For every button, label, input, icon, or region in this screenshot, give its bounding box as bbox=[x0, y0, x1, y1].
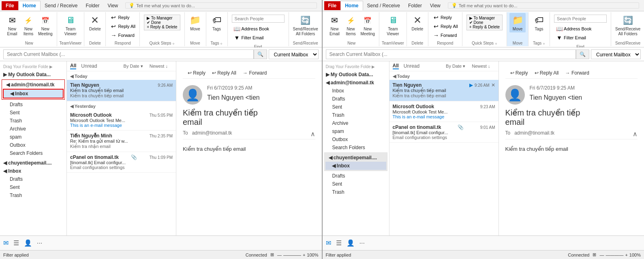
email-item-tien-right[interactable]: Tien Nguyen ▶ 9:26 AM ✕ Kiểm tra chuyển … bbox=[389, 80, 499, 101]
nav-more-btn-right[interactable]: ··· bbox=[359, 240, 365, 247]
sidebar-account-chuyentie-left[interactable]: ◀ chuyentiepemail.... bbox=[0, 159, 66, 167]
email-item-tienminh-left[interactable]: Tiến Nguyễn Minh Thu 2:35 PM Re: Kiểm tr… bbox=[67, 131, 176, 152]
tab-folder-left[interactable]: Folder bbox=[81, 1, 103, 10]
move-btn-right[interactable]: 📁 Move bbox=[509, 13, 526, 32]
reply-btn-left[interactable]: ↩ Reply bbox=[108, 13, 137, 22]
nav-people-btn-right[interactable]: 👤 bbox=[347, 239, 355, 247]
sidebar-folder-drafts-left[interactable]: Drafts bbox=[0, 101, 66, 109]
search-btn-right[interactable]: 🔍 bbox=[576, 49, 589, 59]
filter-unread-right[interactable]: Unread bbox=[404, 63, 419, 69]
forward-btn-right[interactable]: → Forward bbox=[431, 31, 460, 40]
sidebar-folder-sent-left[interactable]: Sent bbox=[0, 109, 66, 117]
mailbox-dropdown-left[interactable]: Current Mailbox bbox=[269, 49, 319, 59]
nav-mail-btn-right[interactable]: ✉ bbox=[326, 239, 331, 247]
sort-by-date-left[interactable]: By Date ▾ bbox=[124, 64, 143, 69]
delete-btn-right[interactable]: ✕ Delete bbox=[409, 13, 426, 32]
zoom-in-btn-left[interactable]: + bbox=[303, 253, 305, 257]
expand-icon-left[interactable]: ∧ bbox=[310, 130, 315, 138]
sidebar-account-chuyentie-right[interactable]: ◀ chuyentiepemail.... bbox=[325, 154, 386, 162]
sidebar-folder-inbox2-left[interactable]: ◀ Inbox bbox=[0, 167, 66, 175]
filter-email-btn-right[interactable]: ▼ Filter Email bbox=[554, 33, 588, 42]
move-btn-left[interactable]: 📁 Move bbox=[187, 13, 203, 32]
sidebar-folder-searchfolders-right[interactable]: Search Folders bbox=[323, 143, 389, 152]
sort-newest-left[interactable]: Newest ↓ bbox=[150, 64, 168, 68]
delete-item-icon[interactable]: ✕ bbox=[491, 82, 495, 88]
address-book-btn-right[interactable]: 📖 Address Book bbox=[554, 24, 593, 33]
quick-steps-panel-right[interactable]: ▶ To Manager ✔ Done + Reply & Delete bbox=[466, 15, 503, 30]
tab-view-right[interactable]: View bbox=[426, 1, 445, 10]
search-btn-left[interactable]: 🔍 bbox=[254, 49, 267, 59]
new-email-btn-right[interactable]: ✉ NewEmail bbox=[327, 13, 343, 37]
tell-me-right[interactable]: 💡 Tell me what you want to do... bbox=[448, 2, 639, 9]
reply-all-btn-left[interactable]: ↩ Reply All bbox=[108, 22, 137, 31]
forward-reading-btn-left[interactable]: → Forward bbox=[241, 69, 268, 77]
sidebar-folder-trash2-left[interactable]: Trash bbox=[0, 191, 66, 199]
nav-more-btn-left[interactable]: ··· bbox=[37, 240, 42, 247]
email-item-cpanel-left[interactable]: cPanel on tinomail.tk 📎 Thu 1:09 PM [tin… bbox=[67, 152, 176, 173]
sidebar-account-admin-left[interactable]: ◀ admin@tinomail.tk bbox=[3, 81, 64, 89]
email-item-msoutlook-left[interactable]: Microsoft Outlook Thu 5:05 PM Microsoft … bbox=[67, 110, 176, 131]
nav-calendar-btn-right[interactable]: ☰ bbox=[336, 239, 342, 247]
sidebar-folder-archive-left[interactable]: Archive bbox=[0, 125, 66, 133]
sidebar-folder-inbox2-right[interactable]: ◀ Inbox bbox=[325, 162, 386, 170]
sidebar-folder-outbox-left[interactable]: Outbox bbox=[0, 141, 66, 149]
email-item-cpanel-right[interactable]: cPanel on tinomail.tk 📎 9:01 AM [tinomai… bbox=[389, 122, 499, 143]
new-items-btn-left[interactable]: ⚡ NewItems bbox=[20, 13, 36, 37]
tab-send-receive-right[interactable]: Send / Receive bbox=[363, 1, 404, 10]
new-items-btn-right[interactable]: ⚡ NewItems bbox=[343, 13, 359, 37]
new-email-btn-left[interactable]: ✉ NewEmail bbox=[4, 13, 20, 37]
filter-email-btn-left[interactable]: ▼ Filter Email bbox=[232, 33, 265, 42]
address-book-btn-left[interactable]: 📖 Address Book bbox=[232, 24, 271, 33]
search-mailbox-input-right[interactable] bbox=[326, 49, 576, 59]
zoom-out-btn-right[interactable]: — bbox=[599, 253, 604, 257]
sidebar-folder-searchfolders-left[interactable]: Search Folders bbox=[0, 149, 66, 157]
sidebar-account-admin-right[interactable]: ◀ admin@tinomail.tk bbox=[323, 79, 389, 87]
tab-home-right[interactable]: Home bbox=[340, 1, 363, 11]
new-meeting-btn-left[interactable]: 📅 NewMeeting bbox=[36, 13, 54, 37]
forward-btn-left[interactable]: → Forward bbox=[108, 31, 137, 40]
sort-newest-right[interactable]: Newest ↓ bbox=[472, 64, 490, 68]
search-mailbox-input-left[interactable] bbox=[3, 49, 254, 59]
sidebar-folder-sent-right[interactable]: Sent bbox=[323, 103, 389, 111]
sidebar-folder-spam-left[interactable]: spam bbox=[0, 133, 66, 141]
tab-home-left[interactable]: Home bbox=[18, 1, 41, 11]
nav-calendar-btn-left[interactable]: ☰ bbox=[13, 239, 19, 247]
zoom-out-btn-left[interactable]: — bbox=[277, 253, 282, 257]
sidebar-folder-spam-right[interactable]: spam bbox=[323, 127, 389, 135]
sidebar-folder-sent2-right[interactable]: Sent bbox=[323, 180, 389, 188]
nav-people-btn-left[interactable]: 👤 bbox=[24, 239, 32, 247]
forward-reading-btn-right[interactable]: → Forward bbox=[564, 69, 591, 77]
expand-icon-right[interactable]: ∧ bbox=[633, 130, 638, 138]
email-item-tien-left[interactable]: Tien Nguyen 9:26 AM Kiểm tra chuyển tiếp… bbox=[67, 80, 176, 101]
tags-btn-right[interactable]: 🏷 Tags bbox=[531, 13, 547, 32]
tags-btn-left[interactable]: 🏷 Tags bbox=[209, 13, 225, 32]
sidebar-folder-trash2-right[interactable]: Trash bbox=[323, 188, 389, 196]
sidebar-folder-inbox-left[interactable]: ◀ Inbox bbox=[3, 89, 64, 98]
tab-file-right[interactable]: File bbox=[324, 1, 341, 10]
email-item-msoutlook-right[interactable]: Microsoft Outlook 9:23 AM Microsoft Outl… bbox=[389, 101, 499, 122]
sidebar-folder-trash-right[interactable]: Trash bbox=[323, 111, 389, 119]
teamviewer-btn-left[interactable]: 🖥 TeamViewer bbox=[62, 13, 79, 37]
reply-all-reading-btn-left[interactable]: ↩ Reply All bbox=[210, 69, 238, 77]
reply-btn-right[interactable]: ↩ Reply bbox=[431, 13, 460, 22]
reply-reading-btn-left[interactable]: ↩ Reply bbox=[186, 69, 207, 77]
sidebar-folder-drafts-right[interactable]: Drafts bbox=[323, 95, 389, 103]
zoom-in-btn-right[interactable]: + bbox=[625, 253, 627, 257]
sidebar-account-myoutlook-right[interactable]: ▶ My Outlook Data... bbox=[323, 71, 389, 79]
tab-file-left[interactable]: File bbox=[2, 1, 18, 10]
reply-all-reading-btn-right[interactable]: ↩ Reply All bbox=[533, 69, 561, 77]
filter-unread-left[interactable]: Unread bbox=[81, 63, 97, 69]
sidebar-folder-sent2-left[interactable]: Sent bbox=[0, 183, 66, 191]
send-receive-btn-left[interactable]: 🔄 Send/ReceiveAll Folders bbox=[291, 13, 320, 37]
sidebar-account-myoutlook-left[interactable]: ▶ My Outlook Data... bbox=[0, 71, 66, 79]
tab-folder-right[interactable]: Folder bbox=[404, 1, 426, 10]
quick-steps-panel-left[interactable]: ▶ To Manager ✔ Done + Reply & Delete bbox=[144, 15, 180, 30]
nav-mail-btn-left[interactable]: ✉ bbox=[3, 239, 9, 247]
teamviewer-btn-right[interactable]: 🖥 TeamViewer bbox=[385, 13, 401, 37]
sidebar-folder-trash-left[interactable]: Trash bbox=[0, 117, 66, 125]
tab-send-receive-left[interactable]: Send / Receive bbox=[41, 1, 81, 10]
sidebar-folder-inbox-right[interactable]: Inbox bbox=[323, 87, 389, 95]
filter-all-left[interactable]: All bbox=[70, 63, 76, 69]
reply-reading-btn-right[interactable]: ↩ Reply bbox=[509, 69, 530, 77]
reply-all-btn-right[interactable]: ↩ Reply All bbox=[431, 22, 460, 31]
